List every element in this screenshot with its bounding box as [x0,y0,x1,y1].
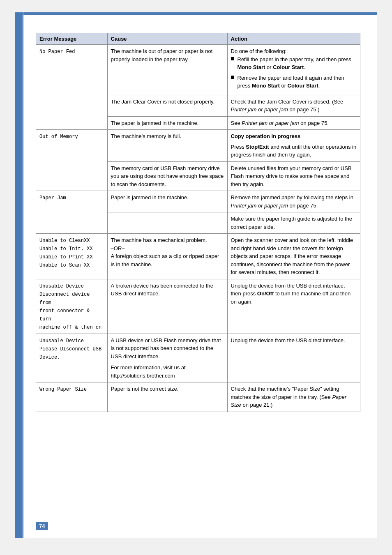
action-cell: Do one of the following: Refill the pape… [227,45,360,95]
error-cell-unable: Unable to CleanXX Unable to Init. XX Una… [36,234,108,279]
cause-cell: The machine has a mechanical problem. –O… [107,234,227,279]
cause-cell: The memory card or USB Flash memory driv… [107,161,227,191]
page-number: 74 [36,522,48,530]
table-row: Unable to CleanXX Unable to Init. XX Una… [36,234,360,279]
cause-cell: A broken device has been connected to th… [107,279,227,334]
action-cell: Unplug the device from the USB direct in… [227,334,360,382]
action-cell: Delete unused files from your memory car… [227,161,360,191]
error-cell-no-paper-fed: No Paper Fed [36,45,108,130]
error-cell-unusable-2: Unusable Device Please Disconnect USB De… [36,334,108,382]
page: Error Message Cause Action No Paper Fed … [15,12,377,538]
action-cell: See Printer jam or paper jam on page 75. [227,116,360,130]
bullet-item: Remove the paper and load it again and t… [231,74,357,90]
main-content: Error Message Cause Action No Paper Fed … [36,33,360,412]
bullet-icon [231,57,234,60]
table-row: Out of Memory The machine's memory is fu… [36,130,360,162]
cause-cell: The machine is out of paper or paper is … [107,45,227,95]
cause-cell: A USB device or USB Flash memory drive t… [107,334,227,382]
action-cell: Check that the machine's "Paper Size" se… [227,382,360,412]
col-header-error: Error Message [36,33,108,45]
error-cell-wrong-paper-size: Wrong Paper Size [36,382,108,412]
action-cell: Check that the Jam Clear Cover is closed… [227,95,360,116]
table-row: No Paper Fed The machine is out of paper… [36,45,360,95]
cause-cell: The machine's memory is full. [107,130,227,162]
action-cell: Make sure the paper length guide is adju… [227,212,360,234]
left-sidebar [15,12,23,538]
action-cell: Copy operation in progress Press Stop/Ex… [227,130,360,162]
action-cell: Remove the jammed paper by following the… [227,191,360,212]
cause-cell: Paper is jammed in the machine. [107,191,227,212]
cause-cell: The paper is jammed in the machine. [107,116,227,130]
col-header-cause: Cause [107,33,227,45]
top-bar [15,12,377,15]
table-row: Unusable Device Disconnect device from f… [36,279,360,334]
table-row: Paper Jam Paper is jammed in the machine… [36,191,360,212]
table-row: Wrong Paper Size Paper is not the correc… [36,382,360,412]
cause-cell: The Jam Clear Cover is not closed proper… [107,95,227,116]
action-cell: Unplug the device from the USB direct in… [227,279,360,334]
cause-cell: Paper is not the correct size. [107,382,227,412]
bullet-icon [231,76,234,79]
bullet-item: Refill the paper in the paper tray, and … [231,55,357,71]
cause-cell [107,212,227,234]
col-header-action: Action [227,33,360,45]
action-cell: Open the scanner cover and look on the l… [227,234,360,279]
error-cell-out-of-memory: Out of Memory [36,130,108,191]
table-row: Unusable Device Please Disconnect USB De… [36,334,360,382]
error-table: Error Message Cause Action No Paper Fed … [36,33,360,412]
left-sidebar-accent [23,12,24,538]
error-cell-unusable-1: Unusable Device Disconnect device from f… [36,279,108,334]
error-cell-paper-jam: Paper Jam [36,191,108,234]
